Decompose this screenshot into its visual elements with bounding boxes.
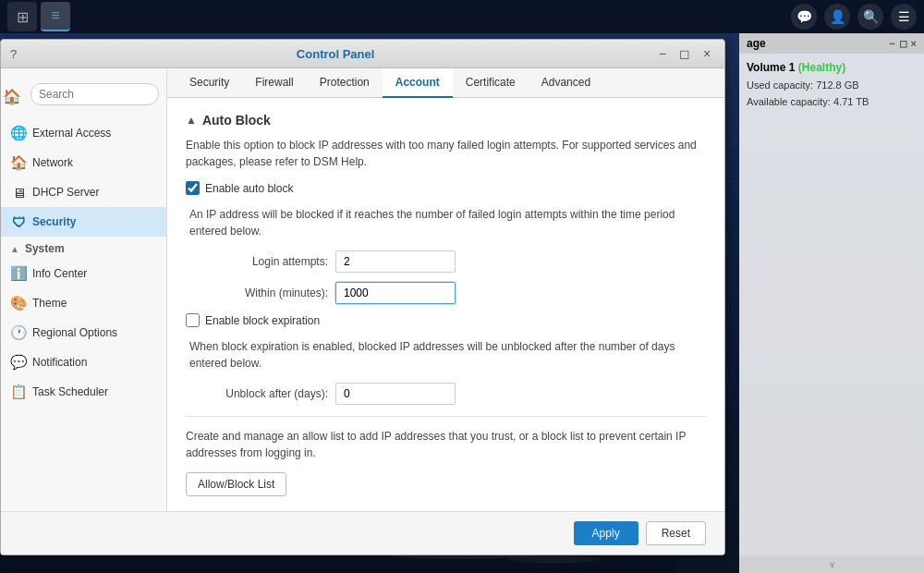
window-footer: Apply Reset xyxy=(1,511,724,555)
sidebar-label-notification: Notification xyxy=(32,356,87,369)
enable-auto-block-checkbox[interactable] xyxy=(186,181,200,195)
right-panel-maximize[interactable]: ◻ xyxy=(899,38,907,50)
enable-block-expiration-row: Enable block expiration xyxy=(186,313,706,327)
sidebar-item-info-center[interactable]: ℹ️ Info Center xyxy=(1,259,166,288)
control-panel-window: ? Control Panel − ◻ × 🏠 🌐 External Acces… xyxy=(0,39,725,555)
sidebar-system-section[interactable]: ▲ System xyxy=(1,237,166,259)
notification-sidebar-icon: 💬 xyxy=(10,354,27,371)
user-icon[interactable]: 👤 xyxy=(824,4,850,30)
taskbar-left: ⊞ ≡ xyxy=(7,2,70,31)
sidebar-item-theme[interactable]: 🎨 Theme xyxy=(1,288,166,318)
taskbar: ⊞ ≡ 💬 👤 🔍 ☰ xyxy=(0,0,924,33)
sidebar-item-external-access[interactable]: 🌐 External Access xyxy=(1,118,166,148)
tab-security[interactable]: Security xyxy=(176,68,242,98)
tab-protection[interactable]: Protection xyxy=(307,68,383,98)
reset-button[interactable]: Reset xyxy=(646,521,706,545)
unblock-after-label: Unblock after (days): xyxy=(189,387,328,400)
app-grid-icon[interactable]: ⊞ xyxy=(7,2,37,31)
sidebar-label-dhcp: DHCP Server xyxy=(32,186,99,199)
window-maximize-button[interactable]: ◻ xyxy=(676,45,693,62)
menu-icon[interactable]: ☰ xyxy=(891,4,917,30)
search-taskbar-icon[interactable]: 🔍 xyxy=(857,4,883,30)
login-attempts-row: Login attempts: xyxy=(189,250,706,273)
sidebar-label-network: Network xyxy=(32,156,73,169)
right-panel-title: age xyxy=(747,37,766,50)
volume-name: Volume 1 xyxy=(747,61,795,74)
auto-block-section-header: ▲ Auto Block xyxy=(186,113,706,128)
search-input[interactable] xyxy=(30,83,159,105)
auto-block-info-text: An IP address will be blocked if it reac… xyxy=(189,206,706,239)
sidebar-item-regional-options[interactable]: 🕐 Regional Options xyxy=(1,318,166,347)
enable-block-expiration-checkbox[interactable] xyxy=(186,313,200,327)
taskbar-right: 💬 👤 🔍 ☰ xyxy=(791,4,917,30)
within-minutes-row: Within (minutes): xyxy=(189,282,706,304)
notification-icon[interactable]: 💬 xyxy=(791,4,817,30)
sidebar-label-security: Security xyxy=(32,215,76,228)
sidebar-item-security[interactable]: 🛡 Security xyxy=(1,207,166,237)
used-capacity: Used capacity: 712.8 GB xyxy=(747,78,917,94)
within-minutes-input[interactable] xyxy=(335,282,456,304)
apply-button[interactable]: Apply xyxy=(574,521,638,545)
sidebar: 🏠 🌐 External Access 🏠 Network 🖥 DHCP Ser… xyxy=(1,68,167,511)
section-title: Auto Block xyxy=(202,113,271,128)
enable-auto-block-row: Enable auto block xyxy=(186,181,706,195)
grid-icon: ⊞ xyxy=(17,8,29,26)
sidebar-label-external-access: External Access xyxy=(32,127,111,140)
sidebar-item-dhcp-server[interactable]: 🖥 DHCP Server xyxy=(1,177,166,207)
right-panel-content: Volume 1 (Healthy) Used capacity: 712.8 … xyxy=(739,54,924,555)
enable-auto-block-label: Enable auto block xyxy=(205,182,293,195)
main-content: Security Firewall Protection Account Cer… xyxy=(167,68,724,511)
right-panel-close[interactable]: × xyxy=(911,38,917,50)
allow-block-description: Create and manage an allow list to add I… xyxy=(186,428,706,461)
right-panel-minimize[interactable]: − xyxy=(889,38,894,50)
svg-point-3 xyxy=(508,555,601,563)
sidebar-label-theme: Theme xyxy=(32,297,67,310)
tab-bar: Security Firewall Protection Account Cer… xyxy=(167,68,724,98)
content-panel: ▲ Auto Block Enable this option to block… xyxy=(167,98,724,511)
right-panel-header: age − ◻ × xyxy=(739,33,924,54)
window-title: Control Panel xyxy=(17,47,654,61)
help-icon[interactable]: ? xyxy=(10,47,17,61)
auto-block-description: Enable this option to block IP addresses… xyxy=(186,137,706,170)
sidebar-section-system-label: System xyxy=(25,242,65,255)
sidebar-label-regional: Regional Options xyxy=(32,326,117,339)
right-panel: age − ◻ × Volume 1 (Healthy) Used capaci… xyxy=(739,33,924,573)
within-minutes-label: Within (minutes): xyxy=(189,286,328,299)
tab-advanced[interactable]: Advanced xyxy=(529,68,603,98)
unblock-after-input[interactable] xyxy=(335,383,456,405)
sidebar-home-row: 🏠 xyxy=(1,74,166,118)
network-icon: 🏠 xyxy=(10,154,27,171)
info-center-icon: ℹ️ xyxy=(10,265,27,282)
home-button[interactable]: 🏠 xyxy=(1,85,23,107)
login-attempts-label: Login attempts: xyxy=(189,255,328,268)
system-collapse-icon: ▲ xyxy=(10,244,19,254)
external-access-icon: 🌐 xyxy=(10,125,27,141)
sidebar-item-task-scheduler[interactable]: 📋 Task Scheduler xyxy=(1,377,166,407)
available-capacity: Available capacity: 4.71 TB xyxy=(747,94,917,111)
tab-account[interactable]: Account xyxy=(383,68,453,98)
sidebar-item-notification[interactable]: 💬 Notification xyxy=(1,347,166,377)
sidebar-label-task-scheduler: Task Scheduler xyxy=(32,385,108,398)
window-body: 🏠 🌐 External Access 🏠 Network 🖥 DHCP Ser… xyxy=(1,68,724,511)
task-scheduler-icon: 📋 xyxy=(10,384,27,400)
window-controls: − ◻ × xyxy=(654,45,715,62)
dhcp-icon: 🖥 xyxy=(10,184,27,201)
regional-icon: 🕐 xyxy=(10,324,27,341)
volume-status: (Healthy) xyxy=(798,61,845,74)
login-attempts-input[interactable] xyxy=(335,250,456,273)
volume-info: Used capacity: 712.8 GB Available capaci… xyxy=(747,78,917,110)
file-manager-icon: ≡ xyxy=(51,7,59,24)
section-collapse-icon[interactable]: ▲ xyxy=(186,114,197,127)
allow-block-list-button[interactable]: Allow/Block List xyxy=(186,472,286,496)
window-close-button[interactable]: × xyxy=(699,45,715,62)
sidebar-item-network[interactable]: 🏠 Network xyxy=(1,148,166,177)
tab-certificate[interactable]: Certificate xyxy=(453,68,529,98)
right-panel-controls: − ◻ × xyxy=(889,38,917,50)
section-divider xyxy=(186,416,706,417)
expiration-info-text: When block expiration is enabled, blocke… xyxy=(189,338,706,372)
tab-firewall[interactable]: Firewall xyxy=(242,68,306,98)
window-minimize-button[interactable]: − xyxy=(654,45,671,62)
security-icon: 🛡 xyxy=(10,213,27,230)
file-manager-taskbar-icon[interactable]: ≡ xyxy=(41,2,70,31)
right-panel-scroll-down[interactable]: ∨ xyxy=(739,555,924,573)
